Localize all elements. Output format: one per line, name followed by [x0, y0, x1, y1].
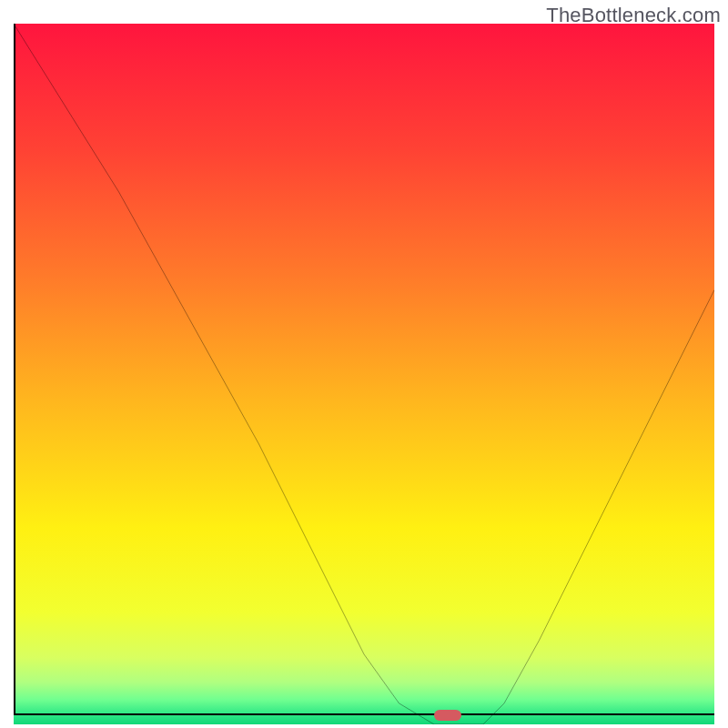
plot-area: [14, 24, 714, 715]
optimal-point-marker: [434, 710, 461, 721]
bottleneck-curve: [14, 24, 714, 724]
bottleneck-chart: TheBottleneck.com: [0, 0, 728, 728]
watermark-text: TheBottleneck.com: [546, 4, 721, 27]
